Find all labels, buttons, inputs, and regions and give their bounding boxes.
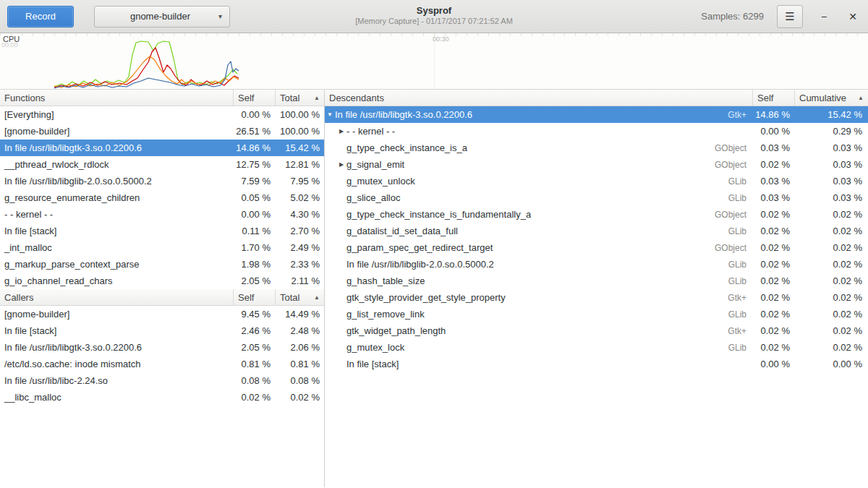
table-row[interactable]: In file /usr/lib/libgtk-3.so.0.2200.614.… xyxy=(0,140,324,156)
cpu-timeline-graph[interactable]: CPU 00:00 00:30 xyxy=(0,33,868,90)
expander-icon[interactable]: ▶ xyxy=(336,161,346,168)
tree-row[interactable]: ▶g_signal_emitGObject0.02 %0.03 % xyxy=(325,156,868,173)
expander-icon[interactable]: ▼ xyxy=(325,111,335,118)
app-title: Sysprof xyxy=(355,5,513,17)
function-name: g_io_channel_read_chars xyxy=(0,275,233,286)
table-row[interactable]: /etc/ld.so.cache: inode mismatch0.81 %0.… xyxy=(0,356,324,372)
table-row[interactable]: - - kernel - -0.00 %4.30 % xyxy=(0,206,324,223)
table-row[interactable]: In file /usr/lib/libgtk-3.so.0.2200.62.0… xyxy=(0,339,324,356)
column-header-cumulative[interactable]: Cumulative ▲ xyxy=(794,90,868,106)
table-row[interactable]: __pthread_rwlock_rdlock12.75 %12.81 % xyxy=(0,156,324,173)
minimize-button[interactable]: − xyxy=(816,11,832,22)
self-value: 14.86 % xyxy=(752,109,794,120)
tree-row[interactable]: g_param_spec_get_redirect_targetGObject0… xyxy=(325,239,868,256)
table-row[interactable]: [Everything]0.00 %100.00 % xyxy=(0,106,324,123)
column-header-total-label: Total xyxy=(280,292,299,303)
table-row[interactable]: g_markup_parse_context_parse1.98 %2.33 % xyxy=(0,256,324,273)
self-value: 1.98 % xyxy=(233,259,275,270)
tree-row[interactable]: g_hash_table_sizeGLib0.02 %0.02 % xyxy=(325,273,868,289)
chevron-down-icon: ▾ xyxy=(218,12,222,20)
functions-table: [Everything]0.00 %100.00 %[gnome-builder… xyxy=(0,106,324,289)
column-header-total[interactable]: Total ▲ xyxy=(275,90,324,106)
total-value: 2.33 % xyxy=(275,259,324,270)
self-value: 0.00 % xyxy=(752,126,794,137)
cumulative-value: 15.42 % xyxy=(794,109,868,120)
expander-icon[interactable]: ▶ xyxy=(336,128,346,134)
function-name: g_resource_enumerate_children xyxy=(0,192,233,203)
category-label: GLib xyxy=(702,176,752,187)
category-label: GLib xyxy=(702,193,752,203)
self-value: 2.05 % xyxy=(233,275,275,286)
self-value: 0.00 % xyxy=(233,209,275,220)
process-selector-dropdown[interactable]: gnome-builder ▾ xyxy=(94,6,230,27)
sort-arrow-icon: ▲ xyxy=(314,95,320,101)
tree-row[interactable]: g_mutex_unlockGLib0.03 %0.03 % xyxy=(325,173,868,189)
tree-row[interactable]: g_type_check_instance_is_fundamentally_a… xyxy=(325,206,868,223)
cumulative-value: 0.02 % xyxy=(794,292,868,303)
close-button[interactable]: ✕ xyxy=(845,11,861,22)
function-name: [gnome-builder] xyxy=(0,309,233,320)
cumulative-value: 0.03 % xyxy=(794,159,868,170)
category-label: Gtk+ xyxy=(702,326,752,336)
descendant-name: In file /usr/lib/libgtk-3.so.0.2200.6 xyxy=(335,109,702,120)
tree-row[interactable]: In file /usr/lib/libglib-2.0.so.0.5000.2… xyxy=(325,256,868,273)
tree-row[interactable]: ▼In file /usr/lib/libgtk-3.so.0.2200.6Gt… xyxy=(325,106,868,123)
table-row[interactable]: In file /usr/lib/libc-2.24.so0.08 %0.08 … xyxy=(0,372,324,389)
function-name: In file /usr/lib/libgtk-3.so.0.2200.6 xyxy=(0,342,233,353)
cumulative-value: 0.00 % xyxy=(794,359,868,369)
self-value: 2.05 % xyxy=(233,342,275,353)
function-name: In file [stack] xyxy=(0,226,233,236)
table-row[interactable]: __libc_malloc0.02 %0.02 % xyxy=(0,389,324,406)
column-header-total[interactable]: Total ▲ xyxy=(275,289,324,305)
self-value: 0.02 % xyxy=(752,292,794,303)
table-row[interactable]: In file [stack]0.11 %2.70 % xyxy=(0,223,324,239)
category-label: GLib xyxy=(702,309,752,320)
category-label: GLib xyxy=(702,226,752,236)
table-row[interactable]: In file /usr/lib/libglib-2.0.so.0.5000.2… xyxy=(0,173,324,189)
column-header-total-label: Total xyxy=(280,93,299,103)
self-value: 0.02 % xyxy=(752,242,794,253)
total-value: 2.70 % xyxy=(275,226,324,236)
tree-row[interactable]: g_type_check_instance_is_aGObject0.03 %0… xyxy=(325,140,868,156)
tree-row[interactable]: g_list_remove_linkGLib0.02 %0.02 % xyxy=(325,306,868,322)
capture-subtitle: [Memory Capture] - 01/17/2017 07:21:52 A… xyxy=(355,17,513,27)
tree-row[interactable]: In file [stack]0.00 %0.00 % xyxy=(325,356,868,372)
process-selector-label: gnome-builder xyxy=(102,11,218,22)
self-value: 0.02 % xyxy=(752,342,794,353)
table-row[interactable]: g_io_channel_read_chars2.05 %2.11 % xyxy=(0,273,324,289)
tree-row[interactable]: g_datalist_id_set_data_fullGLib0.02 %0.0… xyxy=(325,223,868,239)
tree-row[interactable]: ▶- - kernel - -0.00 %0.29 % xyxy=(325,123,868,140)
cumulative-value: 0.02 % xyxy=(794,226,868,236)
category-label: GObject xyxy=(702,160,752,170)
tree-row[interactable]: g_mutex_lockGLib0.02 %0.02 % xyxy=(325,339,868,356)
tree-row[interactable]: gtk_widget_path_lengthGtk+0.02 %0.02 % xyxy=(325,322,868,339)
column-header-self[interactable]: Self xyxy=(233,90,275,106)
table-row[interactable]: _int_malloc1.70 %2.49 % xyxy=(0,239,324,256)
table-row[interactable]: g_resource_enumerate_children0.05 %5.02 … xyxy=(0,189,324,206)
table-row[interactable]: [gnome-builder]26.51 %100.00 % xyxy=(0,123,324,140)
record-button[interactable]: Record xyxy=(7,6,74,27)
self-value: 0.02 % xyxy=(752,275,794,286)
column-header-descendants[interactable]: Descendants xyxy=(325,90,752,106)
self-value: 0.11 % xyxy=(233,226,275,236)
total-value: 0.81 % xyxy=(275,359,324,369)
function-name: In file [stack] xyxy=(0,325,233,336)
column-header-self[interactable]: Self xyxy=(233,289,275,305)
column-header-functions[interactable]: Functions xyxy=(0,90,233,106)
hamburger-menu-button[interactable]: ☰ xyxy=(777,5,803,28)
table-row[interactable]: [gnome-builder]9.45 %14.49 % xyxy=(0,306,324,322)
column-header-self[interactable]: Self xyxy=(752,90,794,106)
descendant-name: - - kernel - - xyxy=(346,126,702,137)
function-name: _int_malloc xyxy=(0,242,233,253)
cumulative-value: 0.03 % xyxy=(794,142,868,153)
self-value: 0.00 % xyxy=(752,359,794,369)
cumulative-value: 0.29 % xyxy=(794,126,868,137)
left-pane: Functions Self Total ▲ [Everything]0.00 … xyxy=(0,90,325,487)
column-header-callers[interactable]: Callers xyxy=(0,289,233,305)
tree-row[interactable]: g_slice_allocGLib0.03 %0.03 % xyxy=(325,189,868,206)
total-value: 2.11 % xyxy=(275,275,324,286)
cumulative-value: 0.02 % xyxy=(794,342,868,353)
table-row[interactable]: In file [stack]2.46 %2.48 % xyxy=(0,322,324,339)
tree-row[interactable]: gtk_style_provider_get_style_propertyGtk… xyxy=(325,289,868,306)
self-value: 0.81 % xyxy=(233,359,275,369)
